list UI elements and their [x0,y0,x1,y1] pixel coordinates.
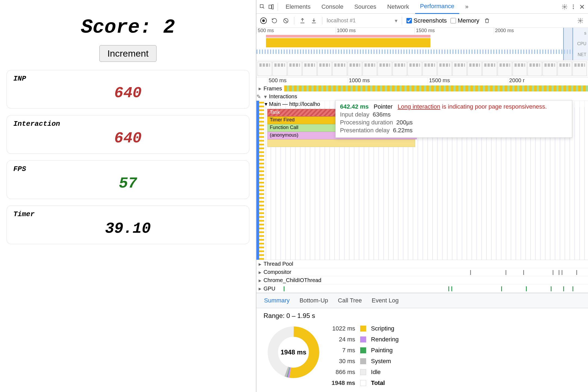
overview-ruler: 500 ms 1000 ms 1500 ms 2000 ms [256,28,573,34]
caret-icon[interactable]: ▸ [256,269,264,275]
screenshot-thumb[interactable] [528,62,542,76]
screenshot-thumb[interactable] [258,62,272,76]
screenshot-thumb[interactable] [287,62,302,76]
track-thread-pool[interactable]: ▸ Thread Pool [256,260,588,268]
screenshot-thumb[interactable] [513,62,527,76]
card-inp: INP 640 [7,70,249,109]
caret-icon[interactable]: ▾ [265,101,267,107]
track-label: Interactions [269,93,299,100]
caret-icon[interactable]: ▸ [256,261,264,267]
legend-name: Painting [371,347,399,354]
upload-icon[interactable] [299,17,306,24]
interaction-tooltip: 642.42 ms Pointer Long interaction is in… [335,100,572,138]
screenshots-checkbox-input[interactable] [406,18,412,23]
track-gpu[interactable]: ▸ GPU [256,284,588,293]
legend-swatch-scripting [360,326,366,332]
memory-checkbox-input[interactable] [451,18,456,23]
screenshot-thumb[interactable] [437,62,452,76]
track-child-io[interactable]: ▸ Chrome_ChildIOThread [256,276,588,284]
tab-network[interactable]: Network [382,0,414,14]
caret-icon[interactable]: ▾ [262,93,269,100]
tab-elements[interactable]: Elements [281,0,316,14]
timeline-overview[interactable]: 500 ms 1000 ms 1500 ms 2000 ms s CPU NET [256,28,588,60]
track-compositor[interactable]: ▸ Compositor [256,268,588,276]
card-fps: FPS 57 [7,160,249,199]
memory-checkbox[interactable]: Memory [451,17,479,24]
tab-call-tree[interactable]: Call Tree [338,297,362,304]
tab-summary[interactable]: Summary [264,297,290,304]
screenshot-thumb[interactable] [482,62,497,76]
tab-performance[interactable]: Performance [415,0,459,14]
screenshots-strip[interactable] [256,60,588,77]
flame-entry[interactable] [267,139,415,147]
overview-net-label: NET [573,52,586,57]
legend-ms: 30 ms [332,358,355,365]
gear-icon[interactable] [577,17,584,24]
score-value: 2 [163,16,175,39]
screenshot-thumb[interactable] [272,62,287,76]
screenshot-thumb[interactable] [572,62,587,76]
tooltip-row-val: 200µs [396,119,413,126]
legend-ms: 866 ms [332,369,355,376]
legend-name: Rendering [371,336,399,343]
caret-icon[interactable]: ▸ [256,277,264,284]
screenshot-thumb[interactable] [332,62,347,76]
tab-bottom-up[interactable]: Bottom-Up [299,297,328,304]
overview-unit: s [573,31,586,36]
tab-event-log[interactable]: Event Log [372,297,399,304]
screenshot-thumb[interactable] [498,62,512,76]
screenshot-thumb[interactable] [393,62,407,76]
close-icon[interactable] [578,3,586,11]
kebab-icon[interactable] [569,3,577,11]
caret-icon[interactable]: ▸ [256,85,264,92]
overview-selection[interactable] [563,28,573,60]
clear-icon[interactable] [282,17,290,24]
profile-select[interactable]: localhost #1 ▾ [327,17,397,24]
summary-legend: 1022 ms Scripting 24 ms Rendering 7 ms P… [332,325,399,387]
tab-console[interactable]: Console [317,0,348,14]
overview-lanes [256,34,573,55]
tab-sources[interactable]: Sources [349,0,381,14]
reload-icon[interactable] [271,17,278,24]
track-label: Chrome_ChildIOThread [264,277,323,283]
screenshot-thumb[interactable] [422,62,437,76]
card-value: 39.10 [13,220,243,237]
screenshots-checkbox[interactable]: Screenshots [406,17,447,24]
legend-ms: 7 ms [332,347,355,354]
legend-swatch-rendering [360,336,366,342]
track-label: Compositor [264,269,293,275]
screenshot-thumb[interactable] [543,62,557,76]
record-button[interactable] [260,17,267,24]
screenshot-thumb[interactable] [363,62,377,76]
screenshot-thumb[interactable] [348,62,362,76]
legend-ms: 1948 ms [332,379,355,387]
caret-icon[interactable]: ▸ [256,285,264,292]
device-toggle-icon[interactable] [267,3,275,11]
legend-name: System [371,358,399,365]
screenshot-thumb[interactable] [452,62,467,76]
screenshot-thumb[interactable] [558,62,572,76]
devtools-tabs: Elements Console Sources Network Perform… [256,0,588,14]
svg-rect-1 [269,5,271,8]
screenshot-thumb[interactable] [317,62,332,76]
performance-toolbar: localhost #1 ▾ Screenshots Memory [256,14,588,28]
tab-more[interactable]: » [460,0,473,14]
increment-button[interactable]: Increment [99,45,156,62]
svg-point-5 [573,6,574,7]
tooltip-row-key: Input delay [340,111,369,118]
screenshot-thumb[interactable] [378,62,392,76]
card-label: FPS [13,165,243,173]
frames-track[interactable]: ▸ Frames [256,84,588,93]
gear-icon[interactable] [561,3,568,11]
garbage-collect-icon[interactable] [483,17,491,24]
screenshot-thumb[interactable] [467,62,482,76]
legend-name: Total [371,379,399,387]
screenshot-thumb[interactable] [408,62,422,76]
interactions-track[interactable]: ✎ ▾ Interactions [256,93,588,101]
tooltip-link-long-interaction[interactable]: Long interaction [398,103,440,110]
inspect-icon[interactable] [259,3,266,11]
download-icon[interactable] [310,17,318,24]
range-label: Range: 0 – 1.95 s [264,312,581,320]
screenshot-thumb[interactable] [302,62,317,76]
track-resize-handle[interactable] [256,101,259,260]
